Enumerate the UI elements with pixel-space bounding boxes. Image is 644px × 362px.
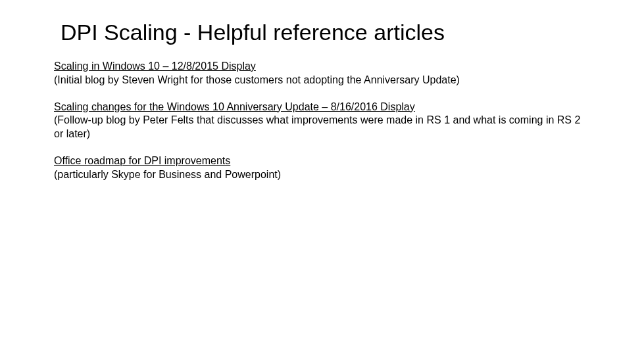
article-link-1[interactable]: Scaling in Windows 10 – 12/8/2015 Displa…: [54, 60, 256, 72]
article-list: Scaling in Windows 10 – 12/8/2015 Displa…: [54, 60, 590, 182]
article-link-2[interactable]: Scaling changes for the Windows 10 Anniv…: [54, 101, 415, 112]
article-desc-2: (Follow-up blog by Peter Felts that disc…: [54, 114, 580, 139]
article-item: Office roadmap for DPI improvements (par…: [54, 154, 590, 182]
slide: DPI Scaling - Helpful reference articles…: [0, 0, 644, 362]
page-title: DPI Scaling - Helpful reference articles: [54, 20, 590, 45]
article-item: Scaling in Windows 10 – 12/8/2015 Displa…: [54, 60, 590, 87]
article-item: Scaling changes for the Windows 10 Anniv…: [54, 101, 590, 141]
article-link-3[interactable]: Office roadmap for DPI improvements: [54, 155, 230, 166]
article-desc-3: (particularly Skype for Business and Pow…: [54, 169, 281, 180]
article-desc-1: (Initial blog by Steven Wright for those…: [54, 74, 460, 85]
